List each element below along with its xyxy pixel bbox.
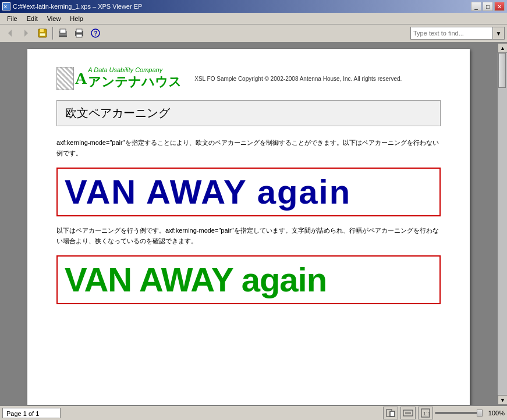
scroll-up-button[interactable]: ▲: [498, 43, 507, 53]
actual-size-button[interactable]: 1:1: [418, 407, 433, 419]
logo-stripe: [56, 67, 74, 90]
app-icon: X: [2, 2, 10, 10]
search-box: ▼: [410, 27, 505, 40]
logo-area: A A Data Usability Company アンテナハウス XSL F…: [56, 66, 441, 91]
section-title: 欧文ペアカーニング: [65, 105, 432, 121]
help-icon: ?: [90, 28, 101, 38]
svg-text:?: ?: [94, 30, 98, 37]
document-scroll-area[interactable]: A A Data Usability Company アンテナハウス XSL F…: [0, 43, 497, 405]
scroll-track[interactable]: [498, 53, 507, 395]
back-button[interactable]: [2, 26, 17, 41]
zoom-label: 100%: [484, 410, 505, 417]
svg-text:1:1: 1:1: [423, 411, 431, 417]
fit-page-icon: [385, 408, 396, 418]
logo-japanese: アンテナハウス: [88, 73, 182, 91]
print-icon: [74, 28, 84, 38]
document-page: A A Data Usability Company アンテナハウス XSL F…: [27, 49, 470, 405]
vertical-scrollbar: ▲ ▼: [497, 43, 507, 405]
svg-rect-5: [40, 29, 44, 32]
kerning-text-green: VAN AWAY again: [65, 261, 432, 298]
menu-bar: File Edit View Help: [0, 13, 507, 24]
window-title: C:#¥ext-latin-kerning_1.xps – XPS Viewer…: [13, 3, 142, 10]
svg-marker-2: [8, 30, 12, 37]
section-title-box: 欧文ペアカーニング: [56, 100, 441, 126]
print-preview-icon: [58, 28, 68, 38]
menu-help[interactable]: Help: [65, 14, 88, 23]
search-dropdown-button[interactable]: ▼: [492, 27, 504, 39]
save-icon: [37, 28, 48, 38]
scroll-down-button[interactable]: ▼: [498, 395, 507, 405]
svg-rect-6: [40, 33, 45, 36]
zoom-slider-track[interactable]: [435, 412, 482, 414]
zoom-controls: 1:1 100%: [383, 407, 505, 419]
zoom-slider-thumb[interactable]: [477, 410, 483, 417]
toolbar-sep-1: [52, 27, 53, 40]
fit-width-icon: [403, 408, 413, 418]
svg-rect-17: [390, 411, 395, 417]
menu-edit[interactable]: Edit: [22, 14, 42, 23]
page-status: Page 1 of 1: [2, 408, 61, 418]
svg-rect-9: [60, 34, 63, 35]
status-bar: Page 1 of 1 1:1 100%: [0, 405, 507, 420]
actual-size-icon: 1:1: [420, 408, 431, 418]
svg-marker-3: [24, 30, 28, 37]
back-icon: [5, 28, 15, 38]
window-controls: _ □ ✕: [471, 2, 505, 11]
kerning-text-blue: VAN AWAY again: [65, 173, 432, 211]
logo-a-letter: A: [75, 69, 87, 88]
svg-text:X: X: [4, 4, 8, 9]
svg-rect-12: [76, 29, 82, 33]
svg-rect-10: [59, 35, 67, 37]
title-bar: X C:#¥ext-latin-kerning_1.xps – XPS View…: [0, 0, 507, 13]
menu-file[interactable]: File: [2, 14, 22, 23]
logo-copyright: XSL FO Sample Copyright © 2002-2008 Ante…: [194, 76, 402, 82]
maximize-button[interactable]: □: [483, 2, 493, 11]
logo-box: A A Data Usability Company アンテナハウス: [56, 66, 182, 91]
main-area: A A Data Usability Company アンテナハウス XSL F…: [0, 43, 507, 405]
minimize-button[interactable]: _: [471, 2, 481, 11]
forward-icon: [21, 28, 31, 38]
forward-button[interactable]: [19, 26, 34, 41]
kerning-box-green: VAN AWAY again: [56, 255, 441, 304]
help-button[interactable]: ?: [88, 26, 103, 41]
fit-page-button[interactable]: [383, 407, 398, 419]
print-button[interactable]: [72, 26, 87, 41]
print-preview-button[interactable]: [55, 26, 70, 41]
fit-width-button[interactable]: [400, 407, 416, 419]
toolbar: ? ▼: [0, 24, 507, 43]
logo-text-right: A Data Usability Company アンテナハウス: [88, 66, 182, 91]
svg-rect-13: [76, 34, 82, 37]
save-button[interactable]: [35, 26, 50, 41]
svg-rect-8: [60, 29, 66, 33]
menu-view[interactable]: View: [42, 14, 66, 23]
scroll-thumb[interactable]: [498, 53, 506, 88]
search-input[interactable]: [411, 27, 492, 39]
logo-tagline: A Data Usability Company: [88, 66, 182, 73]
body-text-1: axf:kerning-mode="pair"を指定することにより、欧文のペアカ…: [56, 138, 441, 158]
kerning-box-blue: VAN AWAY again: [56, 168, 441, 216]
body-text-2: 以下はペアカーニングを行う例です。axf:kerning-mode="pair"…: [56, 226, 441, 246]
close-button[interactable]: ✕: [494, 2, 505, 11]
